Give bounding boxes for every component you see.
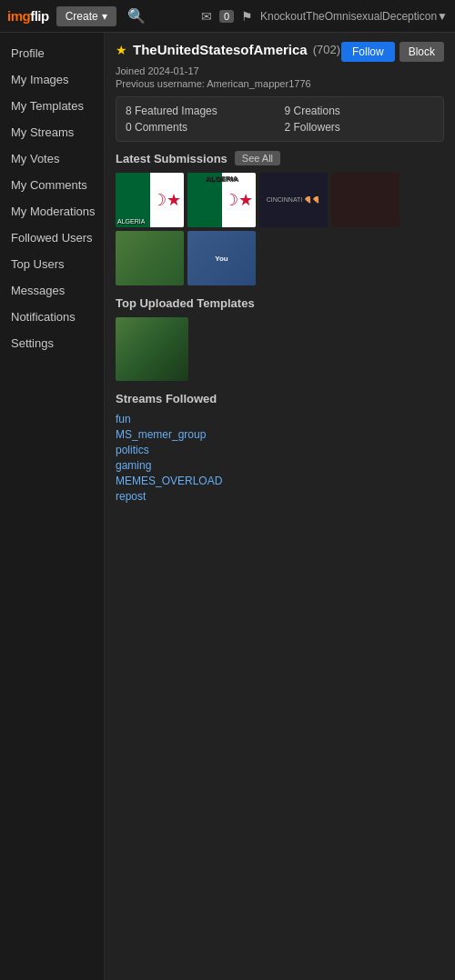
follow-button[interactable]: Follow <box>341 42 395 62</box>
stream-link-politics[interactable]: politics <box>116 444 444 456</box>
templates-section: Top Uploaded Templates <box>116 296 444 381</box>
streams-section: Streams Followed fun MS_memer_group poli… <box>116 392 444 503</box>
profile-header: ★ TheUnitedStatesofAmerica (702) Follow … <box>116 42 444 62</box>
stream-link-memes-overload[interactable]: MEMES_OVERLOAD <box>116 475 444 487</box>
stat-creations: 9 Creations <box>285 105 435 117</box>
sidebar-item-my-comments[interactable]: My Comments <box>0 172 104 198</box>
see-all-button[interactable]: See All <box>235 151 280 165</box>
nav-icons: ✉ 0 ⚑ KnockoutTheOmnisexualDecepticon▼ <box>201 9 448 24</box>
stream-link-gaming[interactable]: gaming <box>116 459 444 472</box>
profile-name: TheUnitedStatesofAmerica <box>133 42 308 57</box>
stat-comments: 0 Comments <box>126 121 276 134</box>
mail-icon: ✉ <box>201 9 212 24</box>
streams-title: Streams Followed <box>116 392 217 405</box>
submission-thumb-1[interactable]: ☽★ ALGERIA <box>116 173 184 227</box>
sidebar-item-settings[interactable]: Settings <box>0 330 104 356</box>
sidebar-item-my-moderations[interactable]: My Moderations <box>0 198 104 225</box>
main-content: ★ TheUnitedStatesofAmerica (702) Follow … <box>105 33 455 980</box>
sidebar-item-my-streams[interactable]: My Streams <box>0 119 104 145</box>
profile-prev-username: Previous username: American_mapper1776 <box>116 78 444 89</box>
profile-joined: Joined 2024-01-17 <box>116 65 444 76</box>
streams-header: Streams Followed <box>116 392 444 405</box>
sidebar: Profile My Images My Templates My Stream… <box>0 33 105 980</box>
chevron-down-icon: ▾ <box>102 10 107 23</box>
sidebar-item-my-votes[interactable]: My Votes <box>0 145 104 172</box>
sidebar-item-profile[interactable]: Profile <box>0 40 104 66</box>
submissions-title: Latest Submissions <box>116 152 228 165</box>
templates-title: Top Uploaded Templates <box>116 296 255 310</box>
main-layout: Profile My Images My Templates My Stream… <box>0 33 455 980</box>
sidebar-item-top-users[interactable]: Top Users <box>0 251 104 277</box>
block-button[interactable]: Block <box>399 42 444 62</box>
submission-thumb-4[interactable] <box>331 173 399 227</box>
profile-actions: Follow Block <box>341 42 444 62</box>
logo: imgflip <box>7 8 49 24</box>
sidebar-item-followed-users[interactable]: Followed Users <box>0 225 104 251</box>
submissions-grid: ☽★ ALGERIA ☽★ ALGERIA CINCINNATI 🍕🍕 <box>116 173 444 285</box>
stream-link-repost[interactable]: repost <box>116 490 444 503</box>
sidebar-item-messages[interactable]: Messages <box>0 277 104 304</box>
star-icon: ★ <box>116 43 127 57</box>
submission-thumb-6[interactable]: You <box>187 231 256 285</box>
create-button[interactable]: Create ▾ <box>56 6 116 26</box>
top-nav: imgflip Create ▾ 🔍 ✉ 0 ⚑ KnockoutTheOmni… <box>0 0 455 33</box>
username-nav[interactable]: KnockoutTheOmnisexualDecepticon▼ <box>260 10 448 23</box>
stat-followers: 2 Followers <box>285 121 435 134</box>
search-button[interactable]: 🔍 <box>124 4 149 28</box>
submissions-header: Latest Submissions See All <box>116 151 444 165</box>
sidebar-item-my-templates[interactable]: My Templates <box>0 93 104 119</box>
stats-box: 8 Featured Images 9 Creations 0 Comments… <box>116 96 444 142</box>
profile-id: (702) <box>313 43 340 56</box>
notif-count: 0 <box>219 10 234 23</box>
sidebar-item-my-images[interactable]: My Images <box>0 66 104 93</box>
submission-thumb-3[interactable]: CINCINNATI 🍕🍕 <box>259 173 328 227</box>
submission-thumb-5[interactable] <box>116 231 184 285</box>
stream-link-fun[interactable]: fun <box>116 413 444 425</box>
profile-title: ★ TheUnitedStatesofAmerica (702) <box>116 42 340 57</box>
template-thumb-1[interactable] <box>116 317 188 381</box>
username-label: KnockoutTheOmnisexualDecepticon▼ <box>260 10 448 23</box>
sidebar-item-notifications[interactable]: Notifications <box>0 304 104 330</box>
stat-featured: 8 Featured Images <box>126 105 276 117</box>
stream-link-ms-memer[interactable]: MS_memer_group <box>116 428 444 441</box>
submission-thumb-2[interactable]: ☽★ ALGERIA <box>187 173 256 227</box>
create-label: Create <box>66 10 98 23</box>
templates-header: Top Uploaded Templates <box>116 296 444 310</box>
flag-icon: ⚑ <box>241 9 253 24</box>
